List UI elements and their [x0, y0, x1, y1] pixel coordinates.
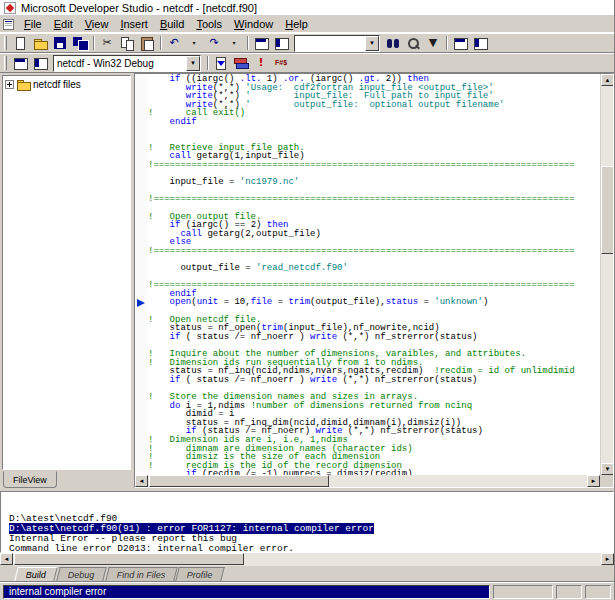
menu-item-insert[interactable]: Insert: [114, 17, 154, 31]
undo-icon: ↶: [166, 36, 182, 50]
save-icon: [52, 36, 68, 50]
paste-button[interactable]: [137, 34, 157, 52]
window-list-button[interactable]: [470, 34, 490, 52]
mdi-document-icon[interactable]: [3, 19, 14, 30]
workspace-window-button[interactable]: [251, 34, 271, 52]
configuration-dropdown-icon[interactable]: ▼: [186, 56, 200, 71]
menu-item-tools[interactable]: Tools: [190, 17, 228, 31]
status-message: internal compiler error: [3, 585, 490, 599]
folder-icon: [17, 80, 30, 90]
editor-vertical-scrollbar[interactable]: ▲ ▼: [600, 74, 613, 475]
redo-dropdown-button[interactable]: ▾: [224, 34, 244, 52]
code-line[interactable]: ! call exit(): [148, 109, 600, 118]
compile-button[interactable]: [211, 54, 231, 72]
menu-item-help[interactable]: Help: [279, 17, 314, 31]
build-pane-button[interactable]: [450, 34, 470, 52]
output-window[interactable]: D:\atest\netcdf.f90D:\atest\netcdf.f90(9…: [0, 491, 614, 553]
find-next-icon: ▼: [425, 36, 441, 50]
status-bar: internal compiler error: [0, 582, 614, 600]
editor-horizontal-scrollbar[interactable]: ◄ ►: [135, 475, 613, 487]
output-horizontal-scrollbar[interactable]: ◄ ►: [0, 553, 614, 566]
code-line[interactable]: if ( status /= nf_noerr ) write (*,*) nf…: [148, 333, 600, 342]
scroll-left-icon[interactable]: ◄: [0, 553, 13, 565]
fileview-toggle-button[interactable]: [30, 54, 50, 72]
menu-item-edit[interactable]: Edit: [48, 17, 79, 31]
toolbar-grip[interactable]: [4, 56, 7, 70]
scroll-right-icon[interactable]: ►: [587, 475, 600, 487]
copy-button[interactable]: [117, 34, 137, 52]
code-line[interactable]: !=======================================…: [148, 281, 600, 290]
output-scroll-track[interactable]: [13, 553, 601, 566]
code-lines[interactable]: if ((iargc() .lt. 1) .or. (iargc() .gt. …: [148, 74, 600, 475]
code-line[interactable]: output_file = 'read_netcdf.f90': [148, 264, 600, 273]
standard-toolbar: ✂↶▾↷▾ ▼ ▼: [0, 33, 614, 53]
find-combo[interactable]: ▼: [294, 35, 380, 52]
toolbar-separator: [207, 56, 208, 70]
fileview-tree[interactable]: netcdf files: [2, 75, 131, 470]
output-tab-profile[interactable]: Profile: [175, 567, 224, 581]
menu-bar: FileEditViewInsertBuildToolsWindowHelp: [0, 16, 614, 33]
save-all-button[interactable]: [70, 34, 90, 52]
menu-item-window[interactable]: Window: [228, 17, 279, 31]
undo-button[interactable]: ↶: [164, 34, 184, 52]
undo-dropdown-button[interactable]: ▾: [184, 34, 204, 52]
output-line[interactable]: Command line error D2013: internal compi…: [9, 544, 613, 553]
scroll-left-icon[interactable]: ◄: [135, 475, 148, 487]
tab-fileview-label: FileView: [13, 475, 47, 485]
code-line[interactable]: input_file = 'nc1979.nc': [148, 178, 600, 187]
execute-button[interactable]: !: [251, 54, 271, 72]
menu-item-view[interactable]: View: [79, 17, 115, 31]
toolbar-separator: [446, 36, 447, 50]
cut-button[interactable]: ✂: [97, 34, 117, 52]
output-tab-find-in-files[interactable]: Find in Files: [105, 567, 177, 581]
output-tab-debug[interactable]: Debug: [56, 567, 106, 581]
code-line[interactable]: open(unit = 10,file = trim(output_file),…: [148, 298, 600, 307]
classview-toggle-button[interactable]: [10, 54, 30, 72]
find-icon: [405, 36, 421, 50]
tree-item-netcdf-files[interactable]: netcdf files: [4, 77, 129, 92]
output-scroll-thumb[interactable]: [14, 553, 244, 565]
save-button[interactable]: [50, 34, 70, 52]
horizontal-scroll-thumb[interactable]: [149, 475, 329, 487]
toolbar-main-left: ✂↶▾↷▾: [10, 34, 291, 52]
fileview-toggle-icon: [32, 56, 48, 70]
menu-item-build[interactable]: Build: [154, 17, 190, 31]
application-window: { "window": { "title": "Microsoft Develo…: [0, 0, 615, 600]
app-icon: [4, 2, 16, 14]
redo-button[interactable]: ↷: [204, 34, 224, 52]
find-combo-dropdown-icon[interactable]: ▼: [365, 36, 379, 51]
build-icon: [233, 56, 249, 70]
tree-expand-icon[interactable]: [5, 80, 14, 89]
open-file-button[interactable]: [30, 34, 50, 52]
code-line[interactable]: !=======================================…: [148, 247, 600, 256]
new-file-button[interactable]: [10, 34, 30, 52]
find-next-button[interactable]: ▼: [423, 34, 443, 52]
code-line[interactable]: if ( status /= nf_noerr ) write (*,*) nf…: [148, 376, 600, 385]
find-in-files-button[interactable]: [383, 34, 403, 52]
horizontal-scroll-track[interactable]: [148, 475, 587, 487]
selection-margin[interactable]: [135, 74, 148, 475]
toolbar-separator: [160, 36, 161, 50]
output-window-button[interactable]: [271, 34, 291, 52]
vertical-scroll-thumb[interactable]: [601, 166, 613, 254]
code-line[interactable]: !=======================================…: [148, 161, 600, 170]
code-line[interactable]: [148, 127, 600, 136]
code-line[interactable]: call getarg(2,output_file): [148, 230, 600, 239]
code-line[interactable]: !=======================================…: [148, 195, 600, 204]
find-button[interactable]: [403, 34, 423, 52]
menu-item-file[interactable]: File: [18, 17, 48, 31]
fortran-tools-button[interactable]: F#$: [271, 54, 291, 72]
active-configuration-combo[interactable]: netcdf - Win32 Debug ▼: [53, 55, 201, 72]
window-list-icon: [472, 36, 488, 50]
scroll-up-icon[interactable]: ▲: [601, 74, 613, 86]
toolbar-grip[interactable]: [4, 36, 7, 50]
tab-fileview[interactable]: FileView: [3, 471, 57, 488]
new-file-icon: [12, 36, 28, 50]
output-lines: D:\atest\netcdf.f90D:\atest\netcdf.f90(9…: [9, 514, 613, 553]
build-button[interactable]: [231, 54, 251, 72]
scroll-right-icon[interactable]: ►: [601, 553, 614, 565]
scroll-down-icon[interactable]: ▼: [601, 463, 613, 475]
code-line[interactable]: endif: [148, 118, 600, 127]
output-tab-build[interactable]: Build: [14, 567, 58, 581]
execute-icon: !: [253, 56, 269, 70]
